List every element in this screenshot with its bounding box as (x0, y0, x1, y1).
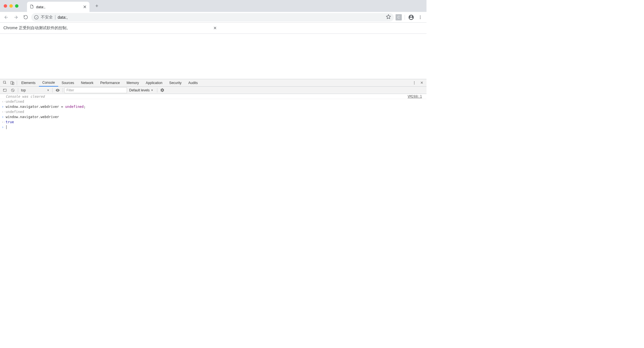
console-input-line: › window.navigator.webdriver = undefined… (0, 104, 426, 109)
svg-marker-5 (386, 15, 391, 19)
console-context-label: top (21, 88, 26, 92)
url-separator (55, 15, 55, 20)
back-button[interactable] (2, 13, 10, 21)
page-content (0, 34, 426, 79)
tab-application[interactable]: Application (142, 79, 166, 87)
separator (63, 88, 63, 93)
new-tab-button[interactable]: + (93, 2, 101, 10)
devtools-close-icon[interactable]: ✕ (418, 79, 425, 87)
tab-audits[interactable]: Audits (185, 79, 201, 87)
prompt-mark-icon: › (2, 125, 6, 129)
console-output: Console was cleared VM288:1 ‹· undefined… (0, 94, 426, 130)
svg-point-12 (414, 81, 415, 82)
bookmark-star-icon[interactable] (386, 14, 391, 20)
console-return-line: ‹· undefined (0, 99, 426, 104)
cursor (6, 125, 7, 129)
console-return-value: true (6, 120, 426, 125)
svg-point-18 (57, 90, 58, 91)
console-input-code: window.navigator.webdriver = undefined; (6, 104, 426, 109)
window-close-button[interactable] (4, 4, 7, 8)
console-cleared-line: Console was cleared VM288:1 (0, 94, 426, 99)
tab-memory[interactable]: Memory (123, 79, 142, 87)
profile-icon[interactable] (408, 14, 415, 21)
svg-point-6 (420, 16, 421, 16)
tab-strip: data:, ✕ + (0, 0, 426, 12)
toolbar: 不安全 data:, C (0, 12, 426, 23)
input-mark-icon: › (2, 114, 6, 120)
tab-security[interactable]: Security (166, 79, 185, 87)
svg-line-17 (12, 89, 14, 91)
tab-performance[interactable]: Performance (97, 79, 123, 87)
console-return-value: undefined (6, 109, 426, 114)
console-prompt[interactable]: › (0, 125, 426, 130)
live-expression-icon[interactable] (54, 87, 61, 94)
separator (52, 88, 53, 93)
url-text: data:, (58, 15, 384, 20)
console-levels-label: Default levels (129, 88, 150, 92)
inspect-element-icon[interactable] (1, 79, 9, 87)
input-mark-icon: › (2, 104, 6, 109)
automation-banner-text: Chrome 正受到自动测试软件的控制。 (3, 26, 213, 31)
console-sidebar-toggle-icon[interactable] (1, 87, 9, 94)
console-levels-select[interactable]: Default levels ▼ (127, 88, 155, 92)
console-input-line: › window.navigator.webdriver (0, 114, 426, 120)
url-bar[interactable]: 不安全 data:, (31, 13, 394, 22)
device-toolbar-icon[interactable] (9, 79, 16, 87)
toolbar-separator (405, 15, 405, 20)
svg-point-14 (414, 83, 415, 84)
automation-banner-close-button[interactable]: ✕ (213, 26, 423, 31)
console-return-value: undefined (6, 99, 426, 104)
window-minimize-button[interactable] (9, 4, 13, 8)
devtools-tabbar: Elements Console Sources Network Perform… (0, 79, 426, 87)
console-filter-input[interactable]: Filter (64, 87, 127, 93)
return-mark-icon: ‹· (2, 120, 6, 125)
window-maximize-button[interactable] (15, 4, 18, 8)
tab-console[interactable]: Console (39, 79, 58, 87)
forward-button[interactable] (12, 13, 20, 21)
file-icon (30, 5, 34, 9)
chevron-down-icon: ▼ (151, 89, 153, 92)
tab-sources[interactable]: Sources (58, 79, 78, 87)
svg-point-13 (414, 82, 415, 83)
site-info-icon[interactable] (34, 15, 39, 20)
svg-rect-9 (3, 81, 5, 83)
tab-close-button[interactable]: ✕ (83, 4, 87, 10)
chevron-down-icon: ▼ (47, 89, 49, 92)
console-settings-icon[interactable] (159, 87, 166, 94)
window-controls (4, 4, 18, 8)
automation-banner: Chrome 正受到自动测试软件的控制。 ✕ (0, 23, 426, 34)
clear-console-icon[interactable] (9, 87, 16, 94)
chrome-menu-icon[interactable] (416, 15, 424, 20)
insecure-label: 不安全 (41, 15, 53, 20)
return-mark-icon: ‹· (2, 109, 6, 114)
separator (157, 88, 157, 93)
console-context-select[interactable]: top ▼ (20, 87, 51, 93)
console-cleared-text: Console was cleared (6, 94, 407, 99)
console-source-ref[interactable]: VM288:1 (407, 94, 426, 99)
extension-badge[interactable]: C (396, 14, 402, 20)
separator (17, 81, 17, 85)
tab-elements[interactable]: Elements (18, 79, 39, 87)
console-control-bar: top ▼ Filter Default levels ▼ (0, 87, 426, 94)
svg-point-7 (420, 17, 421, 18)
tab-network[interactable]: Network (78, 79, 97, 87)
return-mark-icon: ‹· (2, 99, 6, 104)
devtools-panel: Elements Console Sources Network Perform… (0, 79, 426, 130)
browser-tab[interactable]: data:, ✕ (27, 2, 89, 12)
tab-title: data:, (36, 5, 83, 9)
console-return-line: ‹· true (0, 120, 426, 125)
svg-rect-10 (11, 81, 13, 84)
devtools-menu-icon[interactable] (411, 79, 418, 87)
reload-button[interactable] (22, 13, 30, 21)
svg-point-8 (420, 18, 421, 19)
console-return-line: ‹· undefined (0, 109, 426, 114)
console-input-code: window.navigator.webdriver (6, 114, 426, 120)
separator (18, 88, 18, 93)
svg-rect-15 (3, 89, 7, 91)
